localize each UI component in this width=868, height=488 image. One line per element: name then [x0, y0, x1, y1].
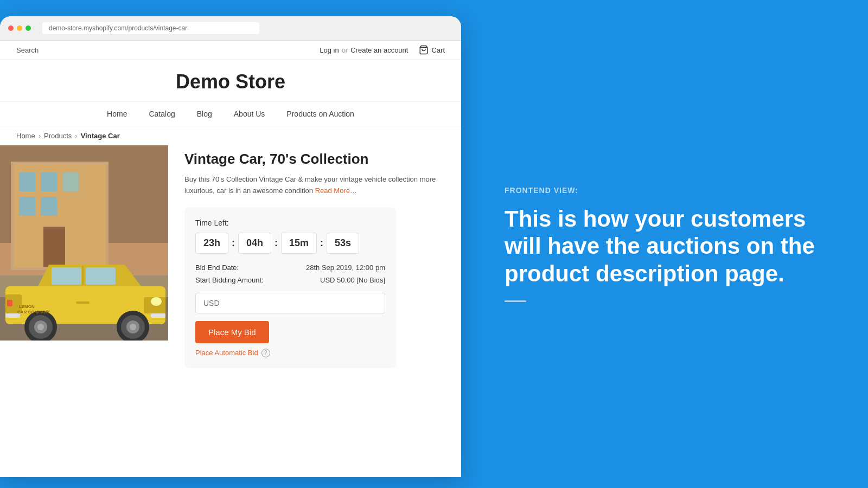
store-title-area: Demo Store	[0, 60, 461, 102]
auction-box: Time Left: 23h : 04h : 15m : 53s	[184, 208, 396, 368]
bid-end-value: 28th Sep 2019, 12:00 pm	[306, 264, 385, 272]
breadcrumb-sep2: ›	[75, 132, 77, 140]
description-panel: FRONTEND VIEW: This is how your customer…	[472, 0, 868, 488]
breadcrumb-home[interactable]: Home	[16, 132, 35, 140]
timer-minutes-1: 04h	[238, 233, 271, 254]
timer-colon-1: :	[228, 237, 238, 249]
timer-seconds: 53s	[327, 233, 359, 254]
timer-minutes-2: 15m	[281, 233, 317, 254]
product-image: LEMON CAR COMPANY	[0, 145, 168, 341]
svg-point-18	[151, 297, 162, 306]
nav-products-auction[interactable]: Products on Auction	[286, 110, 354, 118]
svg-rect-21	[151, 313, 165, 318]
nav-home[interactable]: Home	[107, 110, 127, 118]
svg-point-30	[37, 324, 44, 330]
help-icon[interactable]: ?	[261, 349, 270, 357]
bid-input[interactable]	[195, 293, 385, 313]
cart-icon	[419, 45, 429, 55]
countdown-timer: 23h : 04h : 15m : 53s	[195, 233, 385, 254]
start-bid-row: Start Bidding Amount: USD 50.00 [No Bids…	[195, 276, 385, 284]
nav-catalog[interactable]: Catalog	[149, 110, 175, 118]
svg-rect-5	[19, 172, 35, 191]
svg-rect-14	[52, 267, 81, 285]
svg-rect-10	[43, 227, 65, 267]
svg-rect-7	[62, 172, 79, 191]
browser-chrome: demo-store.myshopify.com/products/vintag…	[0, 16, 461, 41]
svg-text:LEMON: LEMON	[19, 304, 35, 309]
top-bar-links: Log in or Create an account	[320, 46, 408, 54]
browser-minimize-dot	[17, 25, 22, 31]
product-title: Vintage Car, 70's Collection	[184, 151, 445, 168]
create-account-link[interactable]: Create an account	[350, 46, 408, 54]
browser-maximize-dot	[25, 25, 31, 31]
nav-about-us[interactable]: About Us	[234, 110, 265, 118]
svg-rect-9	[41, 197, 57, 216]
product-details: Vintage Car, 70's Collection Buy this 70…	[168, 145, 461, 374]
description-heading: This is how your customers will have the…	[505, 206, 835, 287]
svg-rect-15	[86, 267, 116, 285]
timer-colon-3: :	[317, 237, 327, 249]
store-title: Demo Store	[0, 70, 461, 93]
timer-colon-2: :	[271, 237, 281, 249]
search-text[interactable]: Search	[16, 46, 39, 54]
bid-end-label: Bid End Date:	[195, 264, 239, 272]
heading-underline	[505, 300, 526, 302]
store-content: Search Log in or Create an account Cart	[0, 41, 461, 384]
cart-label: Cart	[431, 46, 445, 54]
auto-bid-link[interactable]: Place Automatic Bid ?	[195, 349, 385, 357]
nav-bar: Home Catalog Blog About Us Products on A…	[0, 102, 461, 126]
breadcrumb: Home › Products › Vintage Car	[0, 126, 461, 145]
browser-address-bar[interactable]: demo-store.myshopify.com/products/vintag…	[42, 22, 259, 34]
svg-point-26	[130, 324, 136, 330]
browser-close-dot	[8, 25, 14, 31]
browser-mockup: demo-store.myshopify.com/products/vintag…	[0, 16, 461, 477]
bid-end-row: Bid End Date: 28th Sep 2019, 12:00 pm	[195, 264, 385, 272]
product-description: Buy this 70's Collection Vintage Car & m…	[184, 174, 445, 197]
or-separator: or	[342, 46, 348, 54]
timer-hours: 23h	[195, 233, 228, 254]
top-bar: Search Log in or Create an account Cart	[0, 41, 461, 60]
product-area: LEMON CAR COMPANY Vintage Car, 70's Coll…	[0, 145, 461, 384]
time-left-label: Time Left:	[195, 219, 385, 227]
svg-rect-8	[19, 197, 35, 216]
browser-container: demo-store.myshopify.com/products/vintag…	[0, 0, 472, 488]
start-bid-label: Start Bidding Amount:	[195, 276, 264, 284]
login-link[interactable]: Log in	[320, 46, 339, 54]
svg-rect-20	[7, 300, 12, 306]
breadcrumb-products[interactable]: Products	[44, 132, 72, 140]
auto-bid-label: Place Automatic Bid	[195, 349, 258, 357]
frontend-label: FRONTEND VIEW:	[505, 186, 835, 195]
svg-text:CAR COMPANY: CAR COMPANY	[17, 310, 50, 314]
place-bid-button[interactable]: Place My Bid	[195, 321, 269, 343]
start-bid-value: USD 50.00 [No Bids]	[320, 276, 385, 284]
breadcrumb-current: Vintage Car	[81, 132, 120, 140]
svg-rect-31	[76, 301, 90, 304]
cart-area[interactable]: Cart	[419, 45, 445, 55]
svg-rect-6	[41, 172, 57, 191]
breadcrumb-sep1: ›	[39, 132, 41, 140]
car-image-svg: LEMON CAR COMPANY	[0, 145, 168, 341]
nav-blog[interactable]: Blog	[197, 110, 212, 118]
read-more-link[interactable]: Read More…	[315, 187, 357, 195]
